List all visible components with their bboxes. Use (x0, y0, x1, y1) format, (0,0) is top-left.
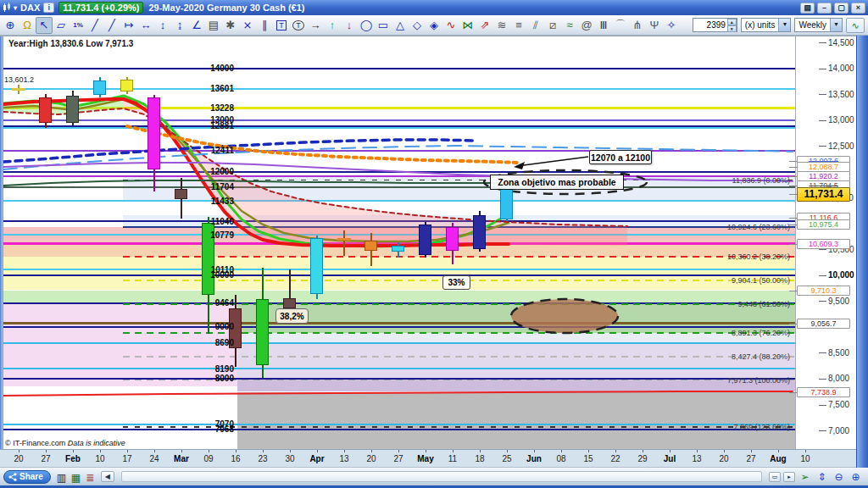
keyboard-button[interactable]: ▤ (800, 3, 815, 14)
parallel-lines-tool[interactable]: ∥ (256, 17, 273, 34)
pct382-annotation[interactable]: 38,2% (275, 308, 309, 324)
channel-tool[interactable]: ∿ (442, 17, 459, 34)
horizontal-scrollbar[interactable] (121, 471, 762, 482)
cross-segment-tool[interactable]: ⨯ (239, 17, 256, 34)
restore-button[interactable]: ▢ (834, 3, 849, 14)
ruler-tool[interactable]: ▱ (53, 17, 70, 34)
time-axis[interactable]: 2027Feb101724Mar09162330Apr132027May1118… (0, 449, 856, 468)
level-price-label: 12881 (170, 121, 234, 130)
x-axis-label: 24 (142, 454, 167, 463)
spinner-down-icon[interactable]: ▼ (727, 25, 737, 32)
workspace-grid-icon[interactable]: ▦ (69, 471, 83, 485)
x-axis-label: Mar (169, 454, 194, 463)
y-axis-label: 14,500 (828, 38, 854, 47)
line-tool[interactable]: ╱ (103, 17, 120, 34)
spiral-tool[interactable]: @ (578, 17, 595, 34)
extended-line-tool[interactable]: ↔ (137, 17, 154, 34)
object-tools[interactable]: ✱ (222, 17, 239, 34)
fib-level-label: 8,427.4 (88.20%) (593, 352, 790, 361)
segment-tool[interactable]: ╱ (86, 17, 103, 34)
alerts-bell-icon[interactable]: Ω (19, 17, 36, 34)
close-button[interactable]: × (851, 3, 865, 14)
ellipse-tool[interactable]: ◯ (358, 17, 375, 34)
horizontal-segment-tool[interactable]: ↦ (120, 17, 137, 34)
rectangle-tool[interactable]: ▭ (375, 17, 392, 34)
delete-tool[interactable]: ▤ (205, 17, 222, 34)
andrews-pitchfork-tool[interactable]: ≋ (493, 17, 510, 34)
spinner-up-icon[interactable]: ▲ (727, 19, 737, 25)
cursor-tool[interactable]: ↖ (36, 17, 53, 34)
share-button[interactable]: Share (3, 470, 51, 484)
zoom-vertical-button[interactable]: ⇕ (815, 470, 829, 484)
indicator-list-icon[interactable]: ≣ (83, 471, 97, 485)
percent-tool[interactable]: 1% (70, 17, 86, 34)
text-tool[interactable]: T (273, 17, 290, 34)
price-tag-connector (789, 194, 797, 195)
chart-style-button[interactable]: ∿ (846, 18, 865, 33)
bars-count-spinner[interactable]: ▲▼ (693, 18, 737, 32)
candlestick (364, 241, 377, 251)
triangle-tool[interactable]: △ (392, 17, 409, 34)
scroll-left-button[interactable]: ◀ (101, 471, 114, 482)
symbol-dropdown-caret[interactable]: ▾ (14, 4, 17, 12)
bars-count-input[interactable] (693, 19, 727, 31)
waves-tool[interactable]: ≈ (561, 17, 578, 34)
expand-button[interactable]: ▸ (783, 472, 795, 482)
collapse-button[interactable]: ▭ (769, 472, 781, 482)
chevron-down-icon[interactable]: ▼ (830, 19, 842, 31)
arrow-up-tool[interactable]: ↑ (324, 17, 341, 34)
target-zone-annotation[interactable]: Zona objetivo mas probable (490, 175, 624, 190)
arc-tool[interactable]: ⌒ (612, 17, 629, 34)
level-price-label: 11040 (170, 217, 234, 226)
price-target-annotation[interactable]: 12070 a 12100 (589, 150, 652, 164)
fib-level-label: 8,891.3 (76.20%) (593, 329, 790, 337)
pitchfork-tool[interactable]: Ψ (646, 17, 663, 34)
chart-plot-area[interactable]: Year:High 13,830.6 Low 7,971.3 13,601.2 … (0, 36, 856, 449)
arrow-down-tool[interactable]: ↓ (341, 17, 358, 34)
diamond-tool[interactable]: ◇ (409, 17, 426, 34)
volume-profile-tool[interactable]: Ⅲ (595, 17, 612, 34)
parallel-channel-tool[interactable]: ≡ (510, 17, 527, 34)
speed-lines-tool[interactable]: ⫽ (527, 17, 544, 34)
gann-grid-tool[interactable]: ⧄ (544, 17, 561, 34)
price-tag-connector (789, 161, 797, 162)
y-axis-label: 13,500 (828, 90, 854, 99)
level-price-label: 12000 (170, 167, 234, 176)
spinner-arrows[interactable]: ▲▼ (727, 19, 737, 31)
fan-lines-tool[interactable]: ⋔ (629, 17, 646, 34)
y-axis-tick (819, 120, 826, 121)
info-button[interactable]: i (43, 3, 54, 13)
arrow-right-tool[interactable]: → (307, 17, 324, 34)
pointer-mode-icon[interactable]: ➢ (798, 470, 812, 484)
wedge-tool[interactable]: ⋈ (459, 17, 476, 34)
chevron-down-icon[interactable]: ▼ (778, 19, 790, 31)
vertical-line-tool[interactable]: ↨ (171, 17, 188, 34)
units-dropdown[interactable]: (x) units ▼ (741, 18, 792, 32)
level-price-label: 8000 (170, 374, 234, 383)
x-axis-tick (805, 450, 806, 452)
minimize-button[interactable]: – (817, 3, 832, 14)
x-axis-label: 22 (603, 454, 628, 463)
diamond-cross-tool[interactable]: ◈ (426, 17, 442, 34)
indicator-price-tag: 10,609.3 (797, 239, 850, 249)
plot-left-border (0, 36, 3, 449)
pct33-annotation[interactable]: 33% (442, 275, 470, 290)
x-axis-tick (236, 450, 236, 452)
vertical-range-tool[interactable]: ↕ (154, 17, 171, 34)
callout-tool[interactable]: T (290, 17, 307, 34)
zoom-out-button[interactable]: ⊖ (832, 470, 846, 484)
price-level-line (3, 186, 795, 188)
x-axis-label: Jun (521, 454, 547, 463)
x-axis-tick (371, 450, 372, 452)
fib-level-label: 10,360.2 (38.20%) (593, 252, 790, 261)
zoom-tool[interactable]: ⊕ (2, 17, 19, 34)
gann-fan-tool[interactable]: ✧ (663, 17, 680, 34)
price-level-line (3, 119, 795, 121)
angle-tool[interactable]: ∠ (188, 17, 205, 34)
x-axis-label: 17 (114, 454, 140, 463)
trend-tool[interactable]: ⇗ (476, 17, 493, 34)
timeframe-dropdown[interactable]: Weekly ▼ (794, 18, 843, 32)
price-level-line (3, 200, 795, 202)
chart-settings-icon[interactable]: ▥ (54, 471, 69, 485)
zoom-in-button[interactable]: ⊕ (849, 470, 863, 484)
